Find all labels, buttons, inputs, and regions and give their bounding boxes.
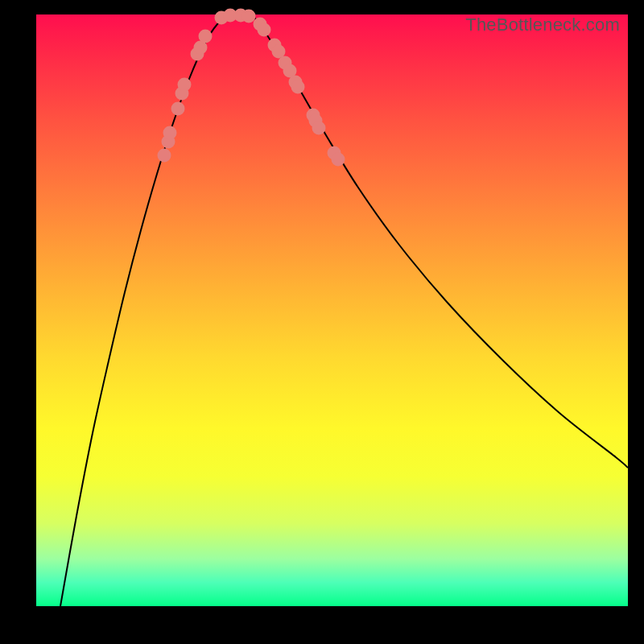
- data-dot: [242, 10, 256, 23]
- frame: TheBottleneck.com: [0, 0, 644, 644]
- curve-right-branch: [252, 14, 628, 468]
- data-dot: [163, 126, 177, 140]
- data-dot: [312, 122, 326, 135]
- data-dots: [158, 9, 345, 167]
- data-dot: [332, 153, 345, 167]
- data-dot: [258, 23, 271, 37]
- data-dot: [199, 30, 213, 43]
- plot-area: TheBottleneck.com: [36, 14, 628, 606]
- curve-left-branch: [60, 14, 229, 606]
- chart-svg: [36, 14, 628, 606]
- data-dot: [291, 80, 305, 94]
- data-dot: [158, 149, 171, 163]
- data-dot: [178, 78, 192, 92]
- data-dot: [171, 102, 185, 116]
